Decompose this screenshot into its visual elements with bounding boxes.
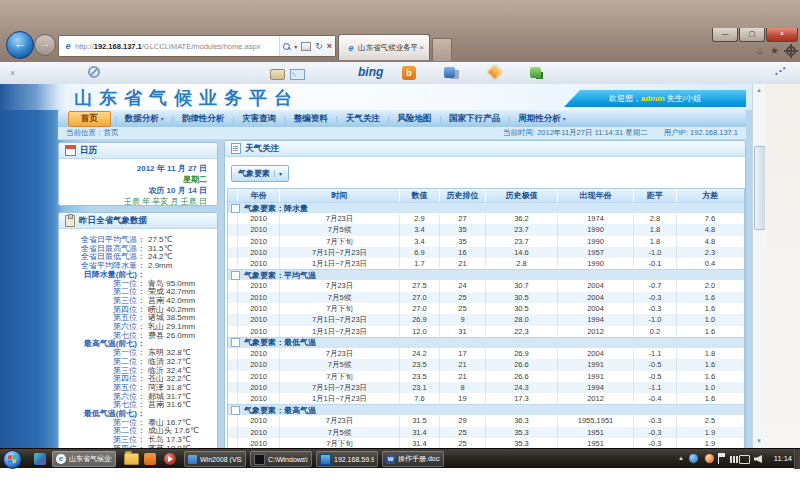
new-tab-button[interactable]: [432, 38, 452, 61]
nav-item-5[interactable]: 天气关注: [338, 113, 388, 125]
page-header: 山东省气候业务平台 欢迎您，admin 先生/小姐: [0, 84, 752, 110]
nav-item-3[interactable]: 灾害查询: [234, 113, 284, 125]
table-cell: 17.3: [486, 393, 558, 404]
group-checkbox[interactable]: [231, 406, 240, 415]
taskbar-window-2[interactable]: C:\Windows\s...: [250, 451, 312, 467]
table-cell: 27: [440, 213, 486, 224]
table-cell: 7月5候: [280, 224, 400, 235]
volume-icon[interactable]: [754, 455, 762, 463]
group-row-0[interactable]: 气象要素：降水量: [228, 202, 744, 213]
tab-close-icon[interactable]: ×: [417, 43, 426, 52]
address-bar-tools: ▾ ↻ ×: [279, 36, 335, 56]
tray-update-icon[interactable]: [689, 454, 698, 463]
table-cell: 23.7: [486, 236, 558, 247]
toolbar-overflow-icon[interactable]: •••: [772, 63, 789, 79]
taskbar-window-3[interactable]: 192.168.59.99...: [316, 451, 378, 467]
table-cell: 7.6: [677, 213, 743, 224]
pinned-app-icon[interactable]: [34, 453, 46, 465]
table-row: 20101月1日~7月23日7.61917.32012-0.41.6: [228, 393, 744, 404]
explorer-folder-icon[interactable]: [124, 453, 139, 465]
group-checkbox[interactable]: [231, 271, 240, 280]
favorites-star-icon[interactable]: ★: [770, 44, 779, 58]
forward-button[interactable]: →: [34, 34, 56, 56]
group-checkbox[interactable]: [231, 204, 240, 213]
media-player-icon[interactable]: [164, 453, 176, 465]
table-cell: 7月5候: [280, 359, 400, 370]
compatibility-view-icon[interactable]: [301, 42, 311, 51]
taskbar-window-4[interactable]: W操作手册.docx ...: [382, 451, 444, 467]
table-cell: 2010: [238, 314, 280, 325]
page-scrollbar[interactable]: ▲ ▼: [752, 84, 765, 448]
window-close-button[interactable]: ×: [766, 28, 798, 42]
maximize-button[interactable]: ▢: [739, 28, 765, 42]
table-cell: 9: [440, 314, 486, 325]
table-cell: 6.9: [400, 247, 440, 258]
calendar-panel: 日历 2012 年 11 月 27 日星期二农历 10 月 14 日壬辰 年 辛…: [58, 142, 218, 206]
group-row-1[interactable]: 气象要素：平均气温: [228, 269, 744, 280]
taskbar-clock[interactable]: 11:14: [774, 449, 792, 469]
search-caret-icon[interactable]: ▾: [294, 43, 297, 50]
group-checkbox[interactable]: [231, 338, 240, 347]
address-bar[interactable]: e http://192.168.137.1/GLCCLIMATE/module…: [58, 35, 336, 57]
search-icon[interactable]: [283, 43, 290, 50]
table-cell: 21: [440, 258, 486, 269]
envelope-icon[interactable]: [290, 69, 305, 80]
tools-gear-icon[interactable]: [786, 46, 796, 56]
weather-value: 费县 26.0mm: [145, 332, 195, 341]
main-nav: 首页|数据分析▾|韵律性分析|灾害查询|整编资料|天气关注|风险地图|国家下行产…: [58, 110, 746, 127]
nav-item-7[interactable]: 国家下行产品: [441, 113, 508, 125]
table-cell: 1991: [558, 371, 634, 382]
table-cell: 1月1日~7月23日: [280, 326, 400, 337]
minimize-button[interactable]: —: [712, 28, 738, 42]
toolbar-close-icon[interactable]: ×: [10, 68, 15, 78]
table-cell: 30.5: [486, 303, 558, 314]
toolbar-plugin-icon-2[interactable]: [488, 65, 502, 79]
action-center-flag-icon[interactable]: [718, 453, 726, 464]
clipboard-icon: [65, 215, 75, 227]
home-icon[interactable]: ⌂: [757, 44, 763, 58]
taskbar-window-0[interactable]: e山东省气候业务平...: [52, 451, 116, 467]
column-header-4: 历史极值: [486, 189, 558, 202]
group-label: 气象要素：最高气温: [244, 405, 316, 416]
back-button[interactable]: ←: [6, 31, 34, 59]
table-cell: 22.3: [486, 326, 558, 337]
card-icon[interactable]: [270, 69, 285, 80]
toolbar-plugin-icon-3[interactable]: [530, 67, 541, 78]
taskbar-window-label: 操作手册.docx ...: [398, 454, 440, 464]
scroll-up-icon[interactable]: ▲: [753, 84, 765, 97]
network-icon[interactable]: [730, 456, 738, 463]
table-row: 20107月下旬23.52126.61991-0.51.6: [228, 371, 744, 382]
show-desktop-button[interactable]: [794, 449, 800, 469]
nav-item-8[interactable]: 周期性分析▾: [510, 113, 574, 125]
blocked-popup-icon[interactable]: [88, 66, 100, 78]
group-row-3[interactable]: 气象要素：最高气温: [228, 404, 744, 415]
nav-item-2[interactable]: 韵律性分析: [174, 113, 233, 125]
nav-item-0[interactable]: 首页: [68, 111, 111, 127]
table-cell: 2004: [558, 348, 634, 359]
refresh-icon[interactable]: ↻: [315, 42, 323, 51]
group-row-2[interactable]: 气象要素：最低气温: [228, 337, 744, 348]
hidden-icons-arrow[interactable]: ▲: [678, 455, 684, 461]
element-filter-button[interactable]: 气象要素 ▾: [231, 165, 289, 182]
username: admin: [641, 94, 665, 103]
bing-box-icon[interactable]: b: [402, 66, 416, 80]
table-cell: 26.9: [486, 348, 558, 359]
browser-tab[interactable]: e 山东省气候业务平... ×: [338, 34, 430, 60]
nav-item-4[interactable]: 整编资料: [286, 113, 336, 125]
taskbar-window-1[interactable]: Win2008 (VS2...: [184, 451, 246, 467]
nav-item-1[interactable]: 数据分析▾: [117, 113, 172, 125]
table-row: 20107月下旬3.43523.719901.84.8: [228, 236, 744, 247]
display-icon[interactable]: [739, 455, 750, 464]
scroll-down-icon[interactable]: ▼: [753, 435, 765, 448]
stop-icon[interactable]: ×: [327, 41, 332, 51]
table-cell: 1.8: [677, 348, 743, 359]
toolbar-plugin-icon-1[interactable]: [444, 67, 455, 78]
breadcrumb-bar: 当前位置：首页 当前时间: 2012年11月27日 11:14:31 星期二 用…: [58, 127, 746, 140]
tray-antivirus-icon[interactable]: [705, 454, 714, 463]
taskbar-window-label: 192.168.59.99...: [334, 456, 374, 463]
table-cell: -1.0: [634, 314, 677, 325]
bing-logo[interactable]: bing: [358, 65, 383, 79]
pinned-orange-app-icon[interactable]: [144, 453, 156, 465]
start-button[interactable]: [3, 450, 22, 469]
nav-item-6[interactable]: 风险地图: [389, 113, 439, 125]
